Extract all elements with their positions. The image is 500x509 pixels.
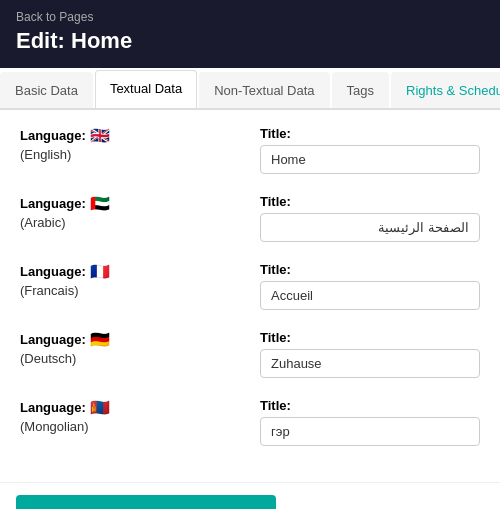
page-header: Back to Pages Edit: Home bbox=[0, 0, 500, 68]
lang-label-ar: Language:🇦🇪 bbox=[20, 194, 240, 213]
lang-left-de: Language:🇩🇪(Deutsch) bbox=[20, 330, 240, 366]
back-link[interactable]: Back to Pages bbox=[16, 10, 484, 24]
title-label-fr: Title: bbox=[260, 262, 480, 277]
title-label-mn: Title: bbox=[260, 398, 480, 413]
lang-label-en: Language:🇬🇧 bbox=[20, 126, 240, 145]
title-input-ar[interactable] bbox=[260, 213, 480, 242]
lang-name-de: (Deutsch) bbox=[20, 351, 240, 366]
lang-label-fr: Language:🇫🇷 bbox=[20, 262, 240, 281]
tab-textual-data[interactable]: Textual Data bbox=[95, 70, 197, 108]
flag-icon-mn: 🇲🇳 bbox=[90, 398, 110, 417]
lang-right-mn: Title: bbox=[260, 398, 480, 446]
title-label-ar: Title: bbox=[260, 194, 480, 209]
lang-label-text-ar: Language: bbox=[20, 196, 86, 211]
lang-row-mn: Language:🇲🇳(Mongolian)Title: bbox=[20, 398, 480, 446]
lang-row-en: Language:🇬🇧(English)Title: bbox=[20, 126, 480, 174]
lang-label-text-de: Language: bbox=[20, 332, 86, 347]
lang-name-fr: (Francais) bbox=[20, 283, 240, 298]
flag-icon-en: 🇬🇧 bbox=[90, 126, 110, 145]
title-input-fr[interactable] bbox=[260, 281, 480, 310]
lang-row-fr: Language:🇫🇷(Francais)Title: bbox=[20, 262, 480, 310]
lang-left-mn: Language:🇲🇳(Mongolian) bbox=[20, 398, 240, 434]
flag-icon-fr: 🇫🇷 bbox=[90, 262, 110, 281]
title-input-en[interactable] bbox=[260, 145, 480, 174]
title-input-de[interactable] bbox=[260, 349, 480, 378]
tab-bar: Basic DataTextual DataNon-Textual DataTa… bbox=[0, 68, 500, 110]
lang-right-de: Title: bbox=[260, 330, 480, 378]
lang-name-en: (English) bbox=[20, 147, 240, 162]
lang-label-text-fr: Language: bbox=[20, 264, 86, 279]
content-area: Language:🇬🇧(English)Title:Language:🇦🇪(Ar… bbox=[0, 110, 500, 482]
lang-label-text-mn: Language: bbox=[20, 400, 86, 415]
flag-icon-de: 🇩🇪 bbox=[90, 330, 110, 349]
flag-icon-ar: 🇦🇪 bbox=[90, 194, 110, 213]
update-page-button[interactable]: Update Page bbox=[16, 495, 276, 509]
lang-name-ar: (Arabic) bbox=[20, 215, 240, 230]
tab-non-textual-data[interactable]: Non-Textual Data bbox=[199, 72, 329, 108]
lang-label-text-en: Language: bbox=[20, 128, 86, 143]
lang-row-de: Language:🇩🇪(Deutsch)Title: bbox=[20, 330, 480, 378]
title-input-mn[interactable] bbox=[260, 417, 480, 446]
lang-left-fr: Language:🇫🇷(Francais) bbox=[20, 262, 240, 298]
tab-tags[interactable]: Tags bbox=[332, 72, 389, 108]
lang-right-fr: Title: bbox=[260, 262, 480, 310]
title-label-en: Title: bbox=[260, 126, 480, 141]
title-label-de: Title: bbox=[260, 330, 480, 345]
lang-label-de: Language:🇩🇪 bbox=[20, 330, 240, 349]
lang-label-mn: Language:🇲🇳 bbox=[20, 398, 240, 417]
tab-basic-data[interactable]: Basic Data bbox=[0, 72, 93, 108]
footer: Update Page bbox=[0, 482, 500, 509]
lang-right-en: Title: bbox=[260, 126, 480, 174]
lang-row-ar: Language:🇦🇪(Arabic)Title: bbox=[20, 194, 480, 242]
lang-name-mn: (Mongolian) bbox=[20, 419, 240, 434]
tab-rights-scheduling[interactable]: Rights & Scheduling bbox=[391, 72, 500, 108]
lang-left-ar: Language:🇦🇪(Arabic) bbox=[20, 194, 240, 230]
lang-left-en: Language:🇬🇧(English) bbox=[20, 126, 240, 162]
page-title: Edit: Home bbox=[16, 28, 484, 54]
lang-right-ar: Title: bbox=[260, 194, 480, 242]
